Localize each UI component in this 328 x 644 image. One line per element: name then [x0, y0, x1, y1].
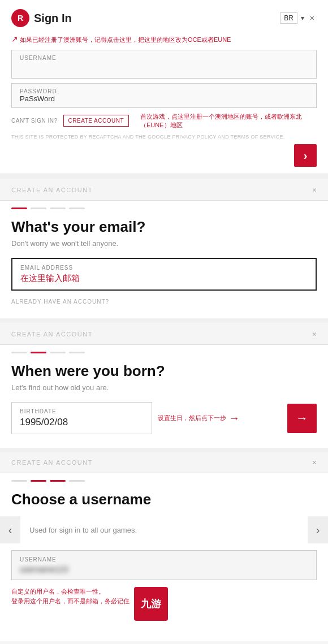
next-chevron-icon: ›: [316, 524, 320, 537]
birthdate-input-value: 1995/02/08: [20, 417, 144, 428]
email-input-value: 在这里输入邮箱: [20, 273, 308, 284]
username-label: USERNAME: [20, 55, 308, 61]
username-main-title: Choose a username: [11, 491, 317, 508]
username-nav-text: Used for sign in to all our games.: [20, 526, 308, 534]
email-section-content: What's your email? Don't worry we won't …: [0, 209, 328, 318]
email-input-wrapper[interactable]: EMAIL ADDRESS 在这里输入邮箱: [11, 258, 317, 291]
username-nav-row: ‹ Used for sign in to all our games. ›: [0, 516, 328, 543]
progress-dot-1: [11, 208, 27, 209]
username-section: CREATE AN ACCOUNT × Choose a username ‹ …: [0, 452, 328, 641]
password-field-wrapper[interactable]: PASSWORD PaSsWord: [11, 83, 317, 108]
birthdate-next-button[interactable]: →: [287, 404, 317, 433]
birthdate-main-title: When were you born?: [11, 362, 317, 380]
username-annotation-line2: 登录用这个用户名，而不是邮箱，务必记住: [11, 597, 130, 606]
lang-selector[interactable]: BR: [280, 12, 297, 24]
username-progress-dots: [0, 473, 328, 482]
next-button-arrow-icon: →: [296, 411, 308, 426]
birthdate-section-content: When were you born? Let's find out how o…: [0, 353, 328, 448]
birthdate-row: BIRTHDATE 1995/02/08 设置生日，然后点下一步 → →: [11, 402, 317, 434]
riot-logo: R: [11, 9, 29, 27]
email-section: CREATE AN ACCOUNT × What's your email? D…: [0, 180, 328, 318]
divider-1: [0, 174, 328, 179]
username-section-close-icon[interactable]: ×: [312, 458, 317, 467]
signin-logo-title: R Sign In: [11, 9, 72, 27]
prev-chevron-icon: ‹: [8, 524, 12, 537]
email-section-close-icon[interactable]: ×: [312, 185, 317, 195]
username-section-header-title: CREATE AN ACCOUNT: [11, 459, 93, 466]
next-nav-button[interactable]: ›: [308, 516, 328, 543]
email-progress-dots: [0, 201, 328, 209]
username-title-area: Choose a username: [0, 482, 328, 516]
cant-signin-row: CAN'T SIGN IN? CREATE ACCOUNT 首次游戏，点这里注册…: [11, 113, 317, 130]
progress-dot-3: [50, 208, 66, 209]
arrow-up-icon: ↗: [11, 34, 18, 44]
signin-arrow-icon: ›: [304, 149, 308, 162]
signin-section: R Sign In BR ▾ × ↗ 如果已经注册了澳洲账号，记得点击这里，把这…: [0, 0, 328, 174]
username-dot-2: [31, 480, 46, 482]
birthdate-section-header: CREATE AN ACCOUNT ×: [0, 324, 328, 345]
username-input-row: username123: [20, 565, 308, 574]
create-account-button[interactable]: CREATE ACCOUNT: [63, 115, 130, 127]
username-annotation-block: 自定义的用户名，会检查唯一性。 登录用这个用户名，而不是邮箱，务必记住: [11, 587, 130, 606]
divider-3: [0, 448, 328, 452]
divider-2: [0, 318, 328, 323]
birthdate-dot-2: [31, 352, 46, 353]
username-field-wrapper[interactable]: USERNAME: [11, 50, 317, 79]
signin-next-button[interactable]: ›: [294, 144, 317, 167]
already-have-account-label: ALREADY HAVE AN ACCOUNT?: [11, 299, 317, 305]
email-main-title: What's your email?: [11, 218, 317, 236]
jiuyou-badge: 九游: [134, 587, 168, 621]
email-section-header-title: CREATE AN ACCOUNT: [11, 187, 93, 193]
cant-signin-label: CAN'T SIGN IN?: [11, 118, 58, 124]
birthdate-progress-dots: [0, 345, 328, 353]
email-input-label: EMAIL ADDRESS: [20, 265, 308, 271]
username-section-header: CREATE AN ACCOUNT ×: [0, 452, 328, 473]
chevron-down-icon: ▾: [301, 14, 304, 22]
progress-dot-2: [31, 208, 46, 209]
username-input-wrapper[interactable]: USERNAME username123: [11, 550, 317, 580]
signin-bottom-note: THIS SITE IS PROTECTED BY RECAPTCHA AND …: [11, 134, 317, 140]
username-input-label: USERNAME: [20, 556, 308, 563]
birthdate-annotation-row: 设置生日，然后点下一步 →: [158, 412, 282, 425]
signin-title: Sign In: [34, 12, 72, 25]
signin-top-right: BR ▾ ×: [280, 12, 317, 24]
birthdate-input-label: BIRTHDATE: [20, 408, 144, 414]
username-input[interactable]: [20, 61, 308, 74]
username-dot-1: [11, 480, 27, 482]
email-subtitle: Don't worry we won't tell anyone.: [11, 239, 317, 248]
birthdate-dot-4: [69, 352, 85, 353]
birthdate-section-header-title: CREATE AN ACCOUNT: [11, 331, 93, 338]
birthdate-dot-3: [50, 352, 66, 353]
birthdate-annotation-text: 设置生日，然后点下一步: [158, 414, 226, 422]
username-dot-3: [50, 480, 66, 482]
signin-header: R Sign In BR ▾ ×: [11, 9, 317, 27]
username-dot-4: [69, 480, 85, 482]
birthdate-arrow-icon: →: [228, 412, 240, 425]
birthdate-subtitle: Let's find out how old you are.: [11, 383, 317, 392]
username-input-value: username123: [20, 565, 308, 574]
close-icon[interactable]: ×: [308, 12, 317, 24]
signin-annotation-top: ↗ 如果已经注册了澳洲账号，记得点击这里，把这里的地区改为OCE或者EUNE: [11, 34, 317, 45]
prev-nav-button[interactable]: ‹: [0, 516, 20, 543]
birthdate-input-wrapper[interactable]: BIRTHDATE 1995/02/08: [11, 402, 152, 434]
password-value: PaSsWord: [20, 94, 308, 103]
signin-annotation-bottom: 首次游戏，点这里注册一个澳洲地区的账号，或者欧洲东北（EUNE）地区: [140, 113, 317, 130]
birthdate-dot-1: [11, 352, 27, 353]
username-annotation-area: 自定义的用户名，会检查唯一性。 登录用这个用户名，而不是邮箱，务必记住 九游: [0, 587, 328, 630]
birthdate-section-close-icon[interactable]: ×: [312, 330, 317, 339]
jiuyou-badge-text: 九游: [141, 597, 161, 611]
email-section-header: CREATE AN ACCOUNT ×: [0, 180, 328, 201]
birthdate-section: CREATE AN ACCOUNT × When were you born? …: [0, 324, 328, 448]
progress-dot-4: [69, 208, 85, 209]
username-annotation-line1: 自定义的用户名，会检查唯一性。: [11, 587, 130, 597]
password-label: PASSWORD: [20, 88, 308, 94]
